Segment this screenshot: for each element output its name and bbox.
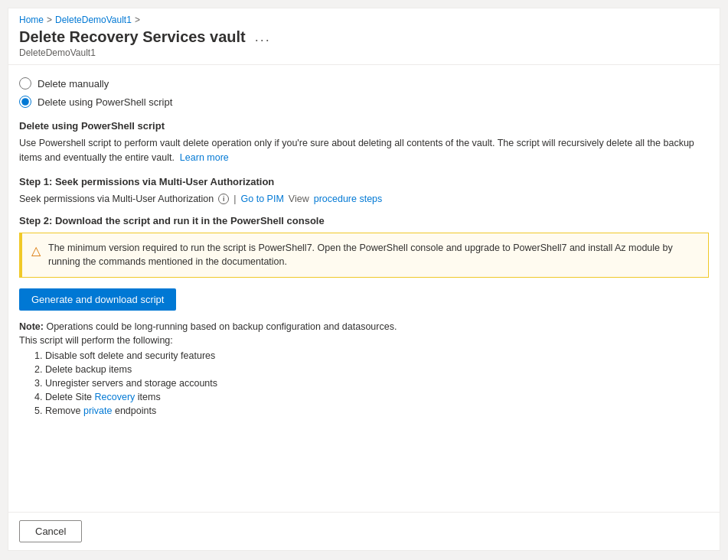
procedure-steps-link[interactable]: procedure steps <box>314 194 383 204</box>
note-body-text: Operations could be long-running based o… <box>46 321 397 332</box>
breadcrumb-vault[interactable]: DeleteDemoVault1 <box>55 15 132 25</box>
note-text: Note: Operations could be long-running b… <box>19 321 709 332</box>
breadcrumb: Home > DeleteDemoVault1 > <box>8 8 720 28</box>
section-desc: Use Powershell script to perform vault d… <box>19 136 709 165</box>
seek-perm-info-icon[interactable]: i <box>218 194 229 204</box>
list-item: Unregister servers and storage accounts <box>34 378 709 389</box>
list-item: Remove private endpoints <box>34 405 709 416</box>
page-title: Delete Recovery Services vault <box>19 28 246 46</box>
private-link[interactable]: private <box>83 405 113 416</box>
radio-manual-label: Delete manually <box>38 78 109 90</box>
step2-title: Step 2: Download the script and run it i… <box>19 215 709 226</box>
warning-box: △ The minimum version required to run th… <box>19 233 709 278</box>
script-list: Disable soft delete and security feature… <box>19 350 709 416</box>
page-subtitle: DeleteDemoVault1 <box>19 47 709 58</box>
cancel-button[interactable]: Cancel <box>19 520 82 542</box>
footer: Cancel <box>8 512 720 550</box>
main-content: Delete manually Delete using PowerShell … <box>8 73 720 512</box>
radio-manual-input[interactable] <box>19 77 31 90</box>
learn-more-link[interactable]: Learn more <box>180 152 229 163</box>
page-header: Delete Recovery Services vault ... Delet… <box>8 28 720 64</box>
step1-title: Step 1: Seek permissions via Multi-User … <box>19 176 709 187</box>
view-label: View <box>289 194 309 204</box>
radio-powershell-input[interactable] <box>19 96 31 108</box>
pipe: | <box>233 194 236 204</box>
ellipsis-menu-button[interactable]: ... <box>252 29 274 45</box>
breadcrumb-home[interactable]: Home <box>19 15 44 25</box>
list-item: Delete backup items <box>34 364 709 375</box>
header-divider <box>8 64 720 65</box>
step2-block: Step 2: Download the script and run it i… <box>19 215 709 417</box>
recovery-link[interactable]: Recovery <box>95 392 135 402</box>
breadcrumb-sep2: > <box>135 15 140 25</box>
go-to-pim-link[interactable]: Go to PIM <box>241 194 284 204</box>
breadcrumb-sep1: > <box>47 15 52 25</box>
seek-perm-label: Seek permissions via Multi-User Authoriz… <box>19 194 214 204</box>
section-desc-text: Use Powershell script to perform vault d… <box>19 138 694 163</box>
note-sub: This script will perform the following: <box>19 335 709 346</box>
radio-manual[interactable]: Delete manually <box>19 77 709 90</box>
generate-download-button[interactable]: Generate and download script <box>19 288 176 311</box>
list-item: Delete Site Recovery items <box>34 392 709 402</box>
radio-powershell[interactable]: Delete using PowerShell script <box>19 96 709 108</box>
step1-block: Step 1: Seek permissions via Multi-User … <box>19 176 709 204</box>
radio-powershell-label: Delete using PowerShell script <box>38 96 172 108</box>
warning-icon: △ <box>31 242 41 260</box>
delete-option-group: Delete manually Delete using PowerShell … <box>19 77 709 108</box>
list-item: Disable soft delete and security feature… <box>34 350 709 361</box>
section-title: Delete using PowerShell script <box>19 120 709 132</box>
warning-text: The minimum version required to run the … <box>48 241 699 270</box>
seek-perm-row: Seek permissions via Multi-User Authoriz… <box>19 194 709 204</box>
note-label: Note: <box>19 321 44 332</box>
